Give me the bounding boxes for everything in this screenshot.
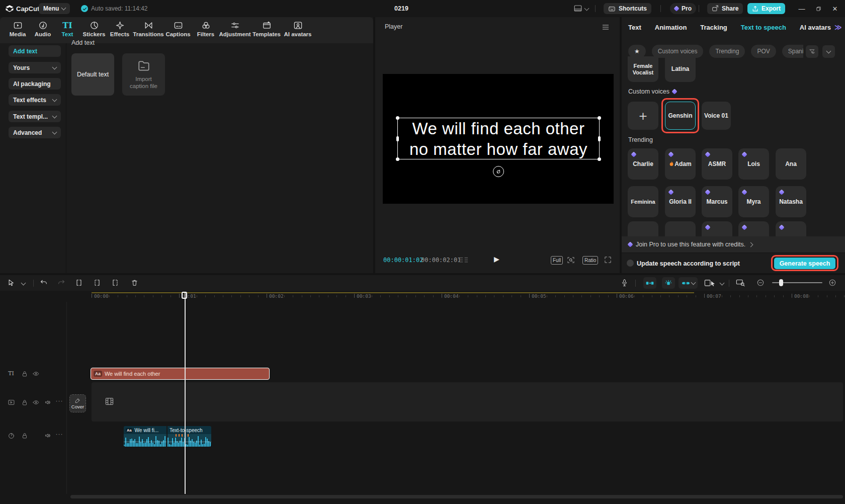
toolbar-item-transitions[interactable]: Transitions xyxy=(132,21,164,37)
selection-handle[interactable] xyxy=(396,116,399,120)
restore-button[interactable] xyxy=(811,2,825,16)
voice-card-marcus[interactable]: Marcus xyxy=(702,186,732,217)
toolbar-item-ai-avatars[interactable]: AI avatars xyxy=(282,21,314,37)
sidebar-item-text-effects[interactable]: Text effects xyxy=(9,94,61,106)
export-button[interactable]: Export xyxy=(747,3,785,14)
voice-card-asmr[interactable]: ASMR xyxy=(702,148,732,180)
zoom-in-icon[interactable] xyxy=(828,279,837,287)
lock-icon[interactable] xyxy=(21,371,29,377)
join-pro-banner[interactable]: Join Pro to use this feature with credit… xyxy=(622,236,845,253)
voice-card-natasha[interactable]: Natasha xyxy=(776,186,806,217)
voice-card-female-vocalist[interactable]: Female Vocalist xyxy=(628,56,658,82)
voice-card-myra[interactable]: Myra xyxy=(738,186,769,217)
more-options-icon[interactable]: ··· xyxy=(55,431,63,438)
close-button[interactable]: ✕ xyxy=(828,2,842,16)
full-button[interactable]: Full xyxy=(551,256,563,265)
auto-snap-button[interactable] xyxy=(662,277,675,289)
filter-pill-spanish[interactable]: Spani xyxy=(782,45,803,58)
filter-expand-button[interactable] xyxy=(822,45,835,58)
voice-card-partial[interactable] xyxy=(702,221,732,236)
selection-handle[interactable] xyxy=(396,136,399,141)
voice-card-lois[interactable]: Lois xyxy=(738,148,769,180)
sidebar-item-text-templates[interactable]: Text templ... xyxy=(9,111,61,122)
zoom-slider-handle[interactable] xyxy=(779,279,783,286)
pro-badge[interactable]: Pro xyxy=(670,3,696,14)
video-preview[interactable]: We will find each other no matter how fa… xyxy=(383,74,614,204)
linked-track-button[interactable] xyxy=(679,277,698,289)
voice-card-partial[interactable] xyxy=(628,221,658,236)
visibility-eye-icon[interactable] xyxy=(32,371,40,377)
update-speech-checkbox[interactable] xyxy=(627,260,634,267)
default-text-card[interactable]: Default text xyxy=(71,53,114,96)
play-button[interactable]: ▶ xyxy=(494,255,499,263)
ratio-button[interactable]: Ratio xyxy=(582,256,598,265)
minimize-button[interactable]: — xyxy=(795,2,809,16)
voice-card-genshin[interactable]: Genshin xyxy=(665,102,696,130)
visibility-eye-icon[interactable] xyxy=(32,399,40,405)
toolbar-item-templates[interactable]: Templates xyxy=(250,21,283,37)
lock-icon[interactable] xyxy=(21,433,29,439)
toolbar-item-filters[interactable]: Filters xyxy=(190,21,222,37)
select-cursor-icon[interactable] xyxy=(7,279,16,287)
tab-tracking[interactable]: Tracking xyxy=(700,24,727,31)
mute-speaker-icon[interactable] xyxy=(44,399,52,405)
filter-funnel-button[interactable] xyxy=(806,45,818,58)
filter-pill-pov[interactable]: POV xyxy=(751,45,776,58)
playhead-line[interactable] xyxy=(185,292,186,494)
focus-zoom-icon[interactable] xyxy=(567,256,575,264)
timeline-zoom-slider[interactable] xyxy=(772,282,822,283)
voice-card-adam[interactable]: Adam xyxy=(665,148,696,180)
lock-icon[interactable] xyxy=(21,399,29,406)
sidebar-item-yours[interactable]: Yours xyxy=(9,62,61,73)
sidebar-item-add-text[interactable]: Add text xyxy=(9,45,61,57)
delete-icon[interactable] xyxy=(130,279,139,287)
cursor-menu-chevron-icon[interactable] xyxy=(21,281,26,286)
video-clip[interactable] xyxy=(92,382,843,422)
generate-speech-button[interactable]: Generate speech xyxy=(774,258,835,269)
shortcuts-button[interactable]: Shortcuts xyxy=(604,3,651,14)
selection-handle[interactable] xyxy=(598,116,601,120)
mute-speaker-icon[interactable] xyxy=(44,433,52,439)
tab-ai-avatars[interactable]: AI avatars xyxy=(800,24,831,31)
voice-card-partial[interactable] xyxy=(665,221,696,236)
voice-card-ana[interactable]: Ana xyxy=(776,148,806,180)
rotate-handle-icon[interactable] xyxy=(493,166,504,177)
fullscreen-icon[interactable] xyxy=(604,256,612,264)
voice-card-partial[interactable] xyxy=(776,221,806,236)
sidebar-item-advanced[interactable]: Advanced xyxy=(9,127,61,138)
filter-pill-trending[interactable]: Trending xyxy=(709,45,745,58)
add-voice-button[interactable]: + xyxy=(628,102,658,130)
audio-clip-2[interactable]: Text-to-speech xyxy=(167,426,211,447)
redo-icon[interactable] xyxy=(57,279,66,287)
playback-quality-icon[interactable] xyxy=(459,257,469,264)
toolbar-item-effects[interactable]: Effects xyxy=(104,21,136,37)
delete-right-icon[interactable] xyxy=(111,279,120,287)
undo-icon[interactable] xyxy=(39,279,48,287)
tab-text-to-speech[interactable]: Text to speech xyxy=(741,24,786,31)
import-caption-card[interactable]: Import caption file xyxy=(122,53,165,96)
text-selection-box[interactable]: We will find each other no matter how fa… xyxy=(397,118,600,159)
menu-button[interactable]: Menu xyxy=(39,3,70,14)
layout-chevron-icon[interactable] xyxy=(584,6,589,11)
selection-handle[interactable] xyxy=(396,157,399,161)
sidebar-item-ai-packaging[interactable]: AI packaging xyxy=(9,78,61,90)
record-voiceover-icon[interactable] xyxy=(620,279,629,287)
voice-card-feminina[interactable]: Feminina xyxy=(628,186,658,217)
horizontal-scrollbar[interactable] xyxy=(70,495,843,498)
selection-handle[interactable] xyxy=(598,157,601,161)
timeline-area[interactable]: 00:0000:0100:0200:0300:0400:0500:0600:07… xyxy=(0,291,845,504)
toolbar-item-adjustment[interactable]: Adjustment xyxy=(219,21,251,37)
voice-card-charlie[interactable]: Charlie xyxy=(628,148,658,180)
text-clip[interactable]: Aa We will find each other xyxy=(91,368,270,380)
zoom-out-icon[interactable] xyxy=(756,279,765,287)
delete-left-icon[interactable] xyxy=(93,279,102,287)
split-icon[interactable] xyxy=(74,279,83,287)
voice-card-voice01[interactable]: Voice 01 xyxy=(702,102,731,130)
voice-card-partial[interactable] xyxy=(738,221,769,236)
selection-handle[interactable] xyxy=(598,136,601,141)
voice-card-gloria[interactable]: Gloria II xyxy=(665,186,696,217)
cover-button[interactable]: Cover xyxy=(69,394,86,412)
magnetic-main-track-button[interactable] xyxy=(643,277,656,289)
audio-clip-1[interactable]: Aa We will fi... xyxy=(124,426,166,447)
tab-animation[interactable]: Animation xyxy=(655,24,687,31)
